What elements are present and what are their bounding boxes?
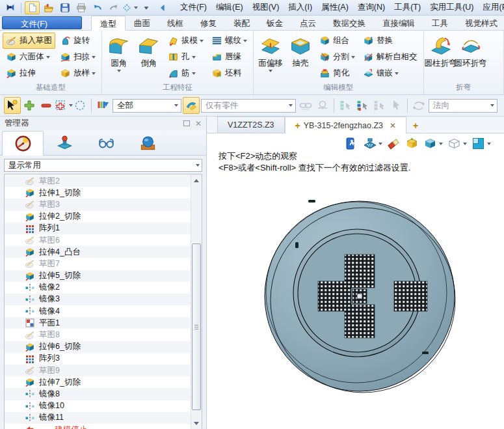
manager-restore-button[interactable] (183, 120, 190, 126)
tree-item[interactable]: 镜像8 (5, 388, 191, 400)
ribbon-tab-sheetmetal[interactable]: 钣金 (258, 16, 291, 30)
menubar-item[interactable]: 实用工具(U) (425, 0, 478, 15)
ribbon-tab-dataexchange[interactable]: 数据交换 (325, 16, 374, 30)
combine-button[interactable]: 组合 (316, 33, 358, 49)
pick-filter-button[interactable] (122, 1, 137, 14)
tree-item[interactable]: 阵列3 (5, 353, 191, 365)
revolve-button[interactable]: 旋转 (57, 33, 99, 49)
tree-item[interactable]: 拉伸7_切除 (5, 376, 191, 388)
tree-item[interactable]: 草图6 (5, 234, 191, 246)
manager-tab-visualize[interactable] (85, 131, 127, 155)
redo-button[interactable] (106, 1, 121, 14)
inlay-button[interactable]: 镶嵌 (360, 65, 421, 81)
replace-button[interactable]: 替换 (360, 33, 421, 49)
sweep-button[interactable]: 扫掠 (57, 49, 99, 65)
pick-button[interactable] (4, 97, 21, 114)
entity-filter-dropdown[interactable]: 全部 (113, 99, 181, 113)
tree-item[interactable]: 阵列1 (5, 223, 191, 234)
undo-button[interactable] (90, 1, 105, 14)
insert-sketch-button[interactable]: 插入草图 (3, 33, 55, 49)
graphics-viewport[interactable]: V1ZZT2S.Z3+YB-315-2fengzhao.Z3✕+ 按下<F2>动… (207, 117, 504, 429)
tree-item[interactable]: 拉伸4_凸台 (5, 246, 191, 258)
menubar-item[interactable]: 编辑(E) (211, 0, 248, 15)
scroll-down-button[interactable] (191, 418, 202, 428)
shell-button[interactable]: 抽壳 (285, 33, 315, 68)
lip-button[interactable]: 唇缘 (208, 49, 250, 65)
view-orientation-dropdown[interactable]: 法向 (429, 99, 497, 113)
menubar-item[interactable]: 工具(T) (390, 0, 425, 15)
face-offset-button[interactable]: 面偏移 (256, 33, 285, 72)
tree-item[interactable]: 草图7 (5, 258, 191, 270)
tree-item[interactable]: 草图3 (5, 199, 191, 210)
open-file-button[interactable] (41, 1, 56, 14)
chamfer-button[interactable]: 倒角 (134, 33, 164, 68)
tree-item[interactable]: 镜像4 (5, 305, 191, 317)
menubar-item[interactable]: 文件(F) (176, 0, 211, 15)
part-scope-toggle[interactable] (183, 97, 200, 114)
lasso-select-button[interactable] (72, 97, 88, 114)
cylindrical-bend-button[interactable]: 圆柱折弯 (426, 33, 456, 68)
remove-selection-button[interactable] (38, 97, 55, 114)
loft-button[interactable]: 放样 (57, 65, 99, 81)
qat-collapse-button[interactable] (155, 1, 170, 14)
manager-view-dropdown[interactable]: 显示常用 (4, 159, 202, 172)
3d-model-disc[interactable] (207, 117, 504, 429)
divide-button[interactable]: 分割 (316, 49, 358, 65)
tree-item[interactable]: 拉伸2_切除 (5, 211, 191, 223)
tree-item[interactable]: 草图9 (5, 365, 191, 376)
manager-tab-assembly[interactable] (44, 131, 85, 155)
ribbon-tab-directedit[interactable]: 直接编辑 (374, 16, 423, 30)
menubar-item[interactable]: 视图(V) (248, 0, 284, 15)
manager-tab-history[interactable] (2, 131, 44, 156)
tree-item[interactable]: 镜像11 (5, 412, 191, 424)
qat-customize-button[interactable] (139, 1, 153, 14)
scrollbar-thumb[interactable] (192, 243, 201, 410)
ribbon-tab-shape[interactable]: 造型 (91, 16, 126, 31)
tree-item[interactable]: 镜像2 (5, 282, 191, 294)
manager-tab-render[interactable] (127, 131, 168, 155)
rib-button[interactable]: 筋 (165, 65, 207, 81)
tree-item[interactable]: 镜像3 (5, 294, 191, 305)
stock-button[interactable]: 坯料 (208, 65, 250, 81)
box-button[interactable]: 六面体 (3, 49, 55, 65)
ribbon-tab-visualstyle[interactable]: 视觉样式 (457, 16, 504, 30)
menubar-item[interactable]: 应用(P) (478, 0, 504, 15)
pointer-button[interactable] (499, 97, 504, 114)
extrude-button[interactable]: 拉伸 (3, 65, 55, 81)
ribbon-tab-pointcloud[interactable]: 点云 (291, 16, 325, 30)
ribbon-tab-repair[interactable]: 修复 (192, 16, 225, 30)
ribbon-tab-tools[interactable]: 工具 (423, 16, 457, 30)
pick-from-list-colored-button[interactable] (354, 97, 371, 114)
tree-item[interactable]: ----- 建模停止 ----- (5, 424, 191, 429)
fillet-button[interactable]: 圆角 (104, 33, 134, 72)
ribbon-tab-surface[interactable]: 曲面 (126, 16, 159, 30)
tree-item[interactable]: 拉伸1_切除 (5, 187, 191, 199)
toroidal-bend-button[interactable]: 圆环折弯 (456, 33, 486, 68)
tree-scrollbar[interactable] (191, 174, 202, 429)
scroll-up-button[interactable] (191, 175, 202, 186)
simplify-button[interactable]: 简化 (316, 65, 358, 81)
tree-item[interactable]: 草图2 (5, 175, 191, 187)
manager-close-button[interactable]: ✕ (195, 119, 202, 128)
ribbon-tab-file[interactable]: 文件(F) (2, 16, 82, 29)
draft-button[interactable]: 拔模 (165, 33, 207, 49)
add-selection-button[interactable] (21, 97, 38, 114)
ribbon-tab-wireframe[interactable]: 线框 (159, 16, 192, 30)
thread-button[interactable]: 螺纹 (208, 33, 250, 49)
resolve-self-intersection-button[interactable]: 解析自相交 (360, 49, 421, 65)
filter-colors-button[interactable] (94, 97, 111, 114)
tree-item[interactable]: 拉伸5_切除 (5, 270, 191, 282)
tree-item[interactable]: 平面1 (5, 317, 191, 329)
ribbon-tab-assembly[interactable]: 装配 (225, 16, 258, 30)
tree-item[interactable]: 拉伸6_切除 (5, 341, 191, 353)
hole-button[interactable]: 孔 (165, 49, 207, 65)
menubar-item[interactable]: 属性(A) (317, 0, 353, 15)
print-button[interactable] (73, 1, 88, 14)
tree-item[interactable]: 镜像10 (5, 400, 191, 412)
tree-item[interactable]: 草图8 (5, 329, 191, 340)
scope-dropdown[interactable]: 仅有零件 (201, 99, 296, 113)
save-button[interactable] (57, 1, 72, 14)
new-file-button[interactable] (25, 1, 40, 14)
window-select-button[interactable] (55, 97, 72, 114)
menubar-item[interactable]: 插入(I) (284, 0, 317, 15)
